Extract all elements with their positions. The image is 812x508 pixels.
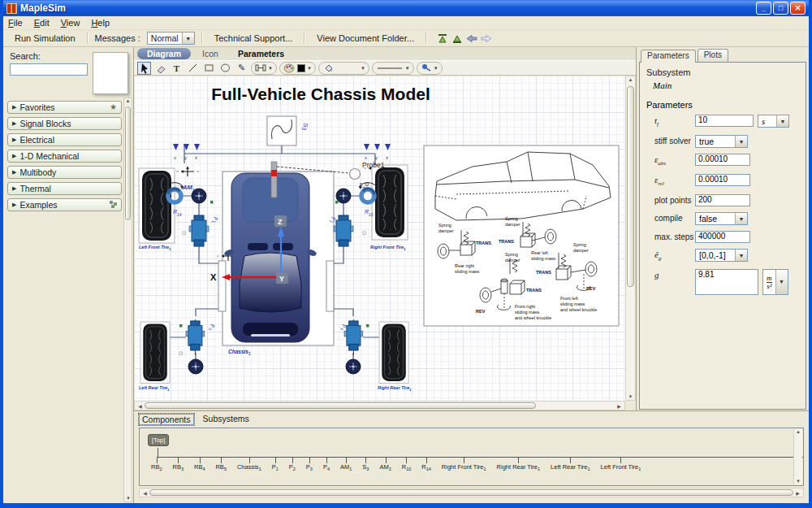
tree-vertical-scrollbar[interactable]: ▲▼ xyxy=(793,429,802,484)
scrollbar-thumb[interactable] xyxy=(125,106,131,220)
component-tree-item[interactable]: Right Rear Tire1 xyxy=(497,463,541,471)
component-tree-item[interactable]: P3 xyxy=(306,463,313,471)
fill-group[interactable]: ▼ xyxy=(318,62,369,75)
palette-1d-mechanical[interactable]: ▶ 1-D Mechanical xyxy=(7,150,122,163)
color-group[interactable]: ▼ xyxy=(279,62,316,75)
tree-root-button[interactable]: [Top] xyxy=(148,434,169,446)
palette-thermal[interactable]: ▶ Thermal xyxy=(7,182,122,195)
menu-edit[interactable]: Edit xyxy=(34,18,50,28)
tree-horizontal-scrollbar[interactable]: ◀▶ xyxy=(139,488,804,497)
tf-unit-dropdown[interactable]: s ▼ xyxy=(758,115,789,128)
chevron-down-icon[interactable]: ▼ xyxy=(182,33,194,44)
tab-diagram[interactable]: Diagram xyxy=(137,48,191,59)
stiff-solver-dropdown[interactable]: true ▼ xyxy=(695,135,748,148)
text-tool[interactable]: T xyxy=(170,62,184,75)
scrollbar-thumb[interactable] xyxy=(149,489,793,496)
component-tree-item[interactable]: Chassis1 xyxy=(237,463,261,471)
palette-multibody[interactable]: ▶ Multibody xyxy=(7,166,122,179)
palette-examples[interactable]: ▶ Examples xyxy=(7,198,122,211)
sidebar-scrollbar[interactable]: ▲▼ xyxy=(123,98,132,502)
right-rear-tire-component[interactable] xyxy=(379,322,408,383)
component-tree-item[interactable]: Left Rear Tire1 xyxy=(551,463,590,471)
technical-support-button[interactable]: Technical Support... xyxy=(209,33,298,44)
menu-view[interactable]: View xyxy=(61,18,80,28)
view-document-folder-button[interactable]: View Document Folder... xyxy=(312,33,419,44)
diagram-canvas[interactable]: Full-Vehicle Chassis Model xyxy=(134,76,625,401)
component-tree-item[interactable]: P4 xyxy=(323,463,330,471)
canvas-horizontal-scrollbar[interactable]: ◀▶ xyxy=(134,401,625,410)
scrollbar-thumb[interactable] xyxy=(145,402,536,409)
eraser-tool[interactable] xyxy=(153,62,167,75)
tab-plots-panel[interactable]: Plots xyxy=(698,49,728,62)
rigid-body-component[interactable] xyxy=(346,359,361,374)
compile-dropdown[interactable]: false ▼ xyxy=(695,212,748,225)
component-tree-item[interactable]: RB2 xyxy=(151,463,162,471)
minimize-button[interactable]: _ xyxy=(756,2,771,15)
component-tree-item[interactable]: P2 xyxy=(289,463,296,471)
component-tree-item[interactable]: S3 xyxy=(362,463,369,471)
eps-rel-input[interactable]: 0.00010 xyxy=(695,174,750,186)
fit-window-icon[interactable] xyxy=(437,33,448,44)
component-tree-item[interactable]: R14 xyxy=(421,463,431,471)
tab-components[interactable]: Components xyxy=(139,414,194,425)
scrollbar-thumb[interactable] xyxy=(627,86,634,287)
component-tree-item[interactable]: RB4 xyxy=(194,463,205,471)
g-unit-dropdown[interactable]: m s² ▼ xyxy=(762,269,788,295)
component-tree-item[interactable]: AM2 xyxy=(379,463,391,471)
g-input[interactable]: 9.81 xyxy=(695,269,758,295)
fit-selection-icon[interactable] xyxy=(451,33,463,44)
component-tree-item[interactable]: Right Front Tire1 xyxy=(442,463,486,471)
component-tree-item[interactable]: RB3 xyxy=(172,463,183,471)
tab-parameters[interactable]: Parameters xyxy=(230,49,292,59)
component-tree-item[interactable]: AM1 xyxy=(340,463,352,471)
component-tree-item[interactable]: Left Front Tire1 xyxy=(601,463,641,471)
close-button[interactable]: ✕ xyxy=(790,2,806,15)
rectangle-tool[interactable] xyxy=(202,62,216,75)
component-tree-item[interactable]: RB5 xyxy=(215,463,226,471)
component-tree-item[interactable]: R10 xyxy=(402,463,412,471)
plot-points-input[interactable]: 200 xyxy=(695,194,750,206)
forward-icon[interactable] xyxy=(481,34,492,43)
title-bar[interactable]: MapleSim _ □ ✕ xyxy=(3,0,809,16)
components-tree[interactable]: [Top] RB2RB3RB4RB5Chassis1P1P2P3P4AM1S3A… xyxy=(139,428,804,486)
pin-style-group[interactable]: ▼ xyxy=(417,62,443,75)
back-icon[interactable] xyxy=(466,34,477,43)
eps-abs-input[interactable]: 0.00010 xyxy=(695,154,750,166)
component-tree-item[interactable]: P1 xyxy=(272,463,279,471)
palette-signal-blocks[interactable]: ▶ Signal Blocks xyxy=(7,117,122,130)
left-damper-component[interactable] xyxy=(218,261,226,311)
menu-file[interactable]: File xyxy=(8,18,23,28)
tab-subsystems[interactable]: Subsystems xyxy=(201,414,252,425)
palette-electrical[interactable]: ▶ Electrical xyxy=(7,133,122,146)
palette-favorites[interactable]: ▶ Favorites ★ xyxy=(7,101,122,114)
line-style-group[interactable]: ▼ xyxy=(372,62,414,75)
menu-help[interactable]: Help xyxy=(91,18,110,28)
max-steps-input[interactable]: 400000 xyxy=(695,231,750,243)
am1-frame-icon[interactable] xyxy=(176,167,199,176)
signal-source-block[interactable]: S3 xyxy=(267,116,309,145)
ellipse-tool[interactable] xyxy=(218,62,232,75)
connector-style-group[interactable]: ▼ xyxy=(251,62,277,75)
prismatic-p3-component[interactable] xyxy=(186,319,205,355)
run-simulation-button[interactable]: Run Simulation xyxy=(10,33,80,44)
tf-input[interactable]: 10 xyxy=(695,115,754,127)
maximize-button[interactable]: □ xyxy=(773,2,788,15)
right-damper-component[interactable] xyxy=(326,261,334,311)
canvas-vertical-scrollbar[interactable]: ▲▼ xyxy=(625,76,636,401)
gravity-vector-dropdown[interactable]: [0,0,-1] ▼ xyxy=(695,249,748,262)
select-tool[interactable] xyxy=(137,62,151,75)
rigid-body-component[interactable] xyxy=(336,189,351,203)
tab-icon[interactable]: Icon xyxy=(194,49,227,59)
pen-tool[interactable]: ✎ xyxy=(235,62,248,75)
right-front-tire-component[interactable] xyxy=(372,165,408,240)
messages-dropdown[interactable]: Normal ▼ xyxy=(147,32,195,45)
line-tool[interactable] xyxy=(186,62,200,75)
search-input[interactable] xyxy=(10,63,88,76)
prismatic-p1-component[interactable] xyxy=(189,214,209,251)
left-front-tire-component[interactable] xyxy=(139,168,175,243)
tab-parameters-panel[interactable]: Parameters xyxy=(641,50,696,63)
left-rear-tire-component[interactable] xyxy=(140,322,170,383)
rigid-body-component[interactable] xyxy=(188,359,203,374)
probe-component[interactable] xyxy=(350,169,361,180)
rigid-body-component[interactable] xyxy=(192,189,206,203)
